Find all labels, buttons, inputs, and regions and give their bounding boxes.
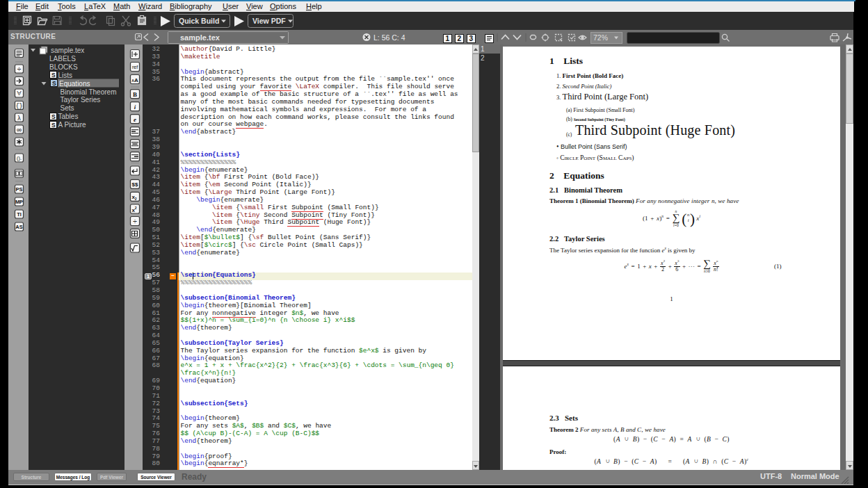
svg-text:A Picture: A Picture — [58, 121, 86, 129]
svg-text:BLOCKS: BLOCKS — [49, 63, 78, 71]
svg-text:().: (). — [17, 155, 22, 161]
svg-text:72%: 72% — [593, 33, 608, 42]
svg-text:S: S — [52, 80, 56, 87]
svg-text:$$: $$ — [132, 181, 138, 188]
svg-text:AS: AS — [15, 224, 22, 230]
svg-text:MP: MP — [15, 199, 23, 205]
svg-text:Tables: Tables — [58, 113, 79, 120]
svg-text:Sets: Sets — [61, 104, 74, 112]
svg-text:AA: AA — [131, 77, 138, 83]
svg-text:Quick Build: Quick Build — [179, 17, 219, 25]
svg-text:Binomial Theorem: Binomial Theorem — [61, 88, 117, 96]
svg-text:1: 1 — [446, 35, 450, 42]
svg-text:3: 3 — [469, 35, 474, 42]
svg-text:e: e — [134, 116, 136, 123]
svg-text:Equations: Equations — [59, 80, 90, 88]
svg-text:sample.tex: sample.tex — [51, 47, 84, 54]
svg-text:÷: ÷ — [133, 218, 137, 225]
svg-text:∞: ∞ — [17, 126, 22, 133]
svg-text:S: S — [51, 113, 56, 120]
svg-text:{}: {} — [15, 103, 22, 110]
svg-text:λ: λ — [17, 115, 21, 122]
svg-text:Lists: Lists — [58, 72, 73, 79]
svg-text:2: 2 — [458, 35, 462, 42]
svg-text:L: 56 C: 4: L: 56 C: 4 — [373, 33, 405, 42]
svg-text:sample.tex: sample.tex — [180, 33, 220, 42]
svg-text:÷: ÷ — [17, 65, 22, 73]
svg-text:Taylor Series: Taylor Series — [61, 96, 101, 104]
svg-text:S: S — [51, 122, 56, 129]
svg-text:S: S — [51, 72, 56, 79]
svg-text:TI: TI — [17, 211, 22, 218]
svg-text:ref: ref — [132, 65, 138, 70]
svg-text:View PDF: View PDF — [252, 17, 286, 25]
svg-text:LABELS: LABELS — [49, 55, 76, 63]
svg-text:B: B — [133, 91, 137, 98]
svg-text:A: A — [17, 90, 21, 97]
svg-text:PS: PS — [15, 186, 22, 193]
